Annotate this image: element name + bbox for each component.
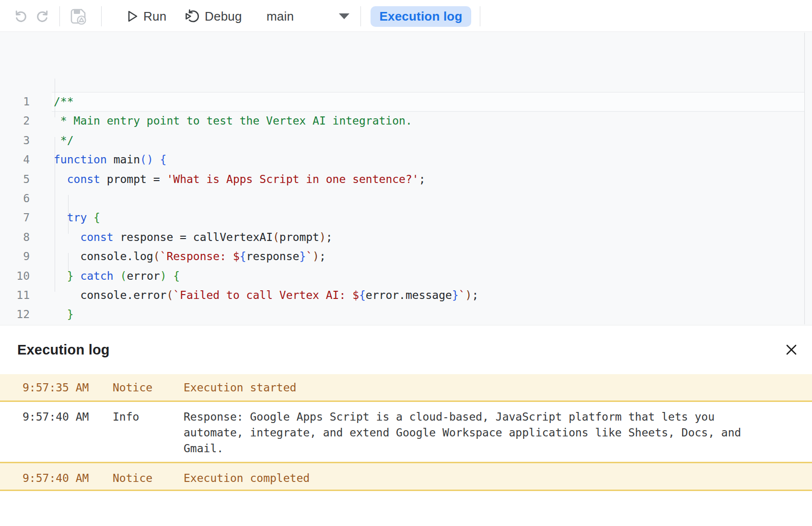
code-line[interactable]: try { [54,208,100,227]
toolbar-divider [101,6,102,26]
code-token: prompt [279,231,319,243]
save-icon [69,7,88,26]
execution-log-title: Execution log [17,342,110,358]
log-timestamp: 9:57:35 AM [23,380,89,396]
play-icon [127,10,139,23]
code-line[interactable]: /** [54,92,74,111]
close-icon [784,343,799,357]
code-token: ` [459,289,465,301]
debug-label: Debug [205,9,242,24]
redo-icon [35,9,51,24]
code-token: function [54,153,107,166]
code-token: { [240,250,246,263]
code-token: { [93,211,100,224]
function-selector-caret[interactable] [338,13,350,20]
code-token: } [67,308,74,320]
code-token: */ [54,134,74,147]
code-token: `Failed to call Vertex AI: $ [173,289,359,301]
code-line[interactable]: console.error(`Failed to call Vertex AI:… [54,286,478,305]
code-token: ; [472,289,478,301]
code-token: console.error [54,289,166,301]
code-token: ; [319,250,326,263]
line-number: 1 [0,92,30,111]
dropdown-caret-icon [338,13,350,20]
code-token: ) [160,270,167,282]
code-token: const [80,231,113,243]
log-timestamp: 9:57:40 AM [23,470,89,486]
function-selector[interactable]: main [267,8,294,25]
code-token: ( [153,250,160,263]
code-token: ` [306,250,313,263]
code-token: const [67,173,100,185]
code-token: response [246,250,300,263]
log-timestamp: 9:57:40 AM [23,409,89,425]
undo-icon [12,9,28,24]
line-number: 10 [0,266,30,286]
code-token [167,270,174,282]
code-line[interactable]: function main() { [54,150,166,169]
code-token [153,153,160,166]
log-level: Info [113,409,139,425]
log-message: Execution started [184,380,754,396]
undo-button[interactable] [12,9,28,24]
code-token [74,270,81,282]
code-token: } [67,270,74,282]
code-token: error [127,270,160,282]
log-message: Response: Google Apps Script is a cloud-… [184,409,754,457]
code-line[interactable]: const response = callVertexAI(prompt); [54,228,333,247]
code-line[interactable]: } catch (error) { [54,266,180,286]
code-token: * Main entry point to test the Vertex AI… [54,114,412,127]
code-editor[interactable]: 1234567891011121314 /** * Main entry poi… [0,33,812,324]
editor-scrollbar[interactable] [804,33,812,324]
function-selector-value: main [267,9,294,24]
code-token [54,270,67,282]
log-row-notice: 9:57:40 AMNoticeExecution completed [0,463,812,491]
apps-script-editor: Run Debug main Execution log 12345 [0,0,812,526]
run-label: Run [143,9,166,24]
execution-log-toggle[interactable]: Execution log [371,6,471,27]
debug-icon [184,8,200,24]
code-token: ( [273,231,279,243]
code-token: ) [313,250,319,263]
redo-button[interactable] [35,9,51,24]
code-line[interactable]: * Main entry point to test the Vertex AI… [54,111,412,130]
log-row-info: 9:57:40 AMInfoResponse: Google Apps Scri… [0,402,812,463]
code-token: error.message [366,289,452,301]
run-button[interactable]: Run [127,8,166,25]
code-token: ( [120,270,127,282]
line-number: 12 [0,305,30,324]
log-row-notice: 9:57:35 AMNoticeExecution started [0,374,812,402]
code-line[interactable]: console.log(`Response: ${response}`); [54,247,326,266]
code-line[interactable]: */ [54,131,74,150]
code-token: ( [166,289,173,301]
code-token: ) [465,289,472,301]
line-number: 11 [0,286,30,305]
code-token [54,173,67,185]
execution-log-header: Execution log [0,325,812,374]
code-token [54,308,67,320]
close-panel-button[interactable] [783,342,800,358]
code-token: ) [319,231,326,243]
code-token: prompt = [100,173,166,185]
code-token [54,211,67,224]
code-token: } [299,250,306,263]
code-token: } [452,289,459,301]
code-token: catch [80,270,113,282]
debug-button[interactable]: Debug [184,7,242,25]
current-line-highlight [52,92,804,112]
code-token: ; [419,173,426,185]
code-line[interactable]: } [54,305,74,324]
log-message: Execution completed [184,470,754,486]
code-token [114,270,120,282]
line-number: 4 [0,150,30,169]
code-line[interactable]: const prompt = 'What is Apps Script in o… [54,170,426,189]
code-token: { [160,153,167,166]
line-number: 7 [0,208,30,227]
save-button[interactable] [69,7,88,26]
code-token: () [140,153,153,166]
code-token: try [67,211,87,224]
log-rows: 9:57:35 AMNoticeExecution started9:57:40… [0,374,812,491]
log-level: Notice [113,380,152,396]
code-token [54,231,80,243]
toolbar-divider [480,6,480,26]
